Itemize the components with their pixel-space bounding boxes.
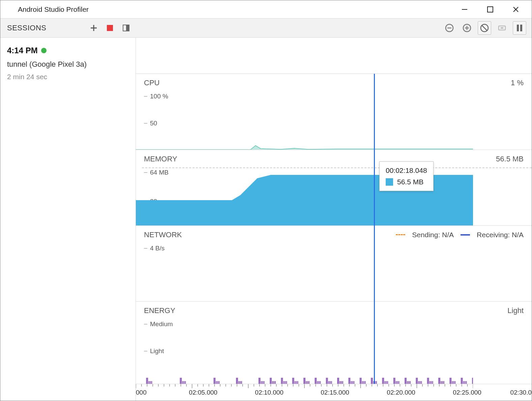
plus-icon — [90, 24, 97, 32]
svg-rect-26 — [216, 381, 217, 384]
add-session-button[interactable] — [89, 23, 99, 33]
close-button[interactable] — [511, 5, 520, 14]
svg-rect-81 — [393, 378, 395, 384]
svg-rect-89 — [416, 378, 418, 384]
maximize-button[interactable] — [486, 5, 495, 14]
playhead[interactable] — [374, 74, 375, 384]
svg-rect-19 — [150, 381, 151, 384]
svg-rect-79 — [386, 381, 387, 384]
svg-rect-29 — [236, 378, 238, 384]
pause-button[interactable] — [513, 21, 526, 35]
time-ticks — [136, 384, 473, 389]
svg-rect-28 — [218, 381, 219, 384]
svg-rect-71 — [363, 381, 364, 384]
svg-rect-22 — [182, 381, 183, 384]
svg-rect-1 — [487, 7, 493, 12]
tooltip-time: 00:02:18.048 — [386, 166, 427, 175]
svg-rect-80 — [387, 381, 388, 384]
stop-icon — [107, 25, 113, 31]
svg-rect-30 — [238, 381, 239, 384]
svg-rect-33 — [259, 378, 261, 384]
svg-rect-85 — [405, 378, 407, 384]
window-controls — [460, 5, 526, 14]
time-axis[interactable]: 00002:05.00002:10.00002:15.00002:20.0000… — [136, 384, 532, 401]
svg-rect-70 — [362, 381, 363, 384]
svg-rect-99 — [442, 381, 443, 384]
zoom-in-icon — [462, 23, 472, 33]
toggle-sidebar-button[interactable] — [121, 23, 131, 33]
sessions-controls — [89, 23, 131, 33]
sessions-sidebar: 4:14 PM tunnel (Google Pixel 3a) 2 min 2… — [0, 38, 136, 401]
svg-rect-92 — [421, 381, 422, 384]
svg-rect-15 — [517, 25, 519, 31]
profiler-area[interactable]: 00:02:18.048 56.5 MB CPU 1 % 100 % 50 — [136, 38, 532, 401]
svg-rect-109 — [472, 378, 473, 384]
svg-rect-17 — [146, 378, 148, 384]
memory-title: MEMORY — [144, 155, 177, 163]
svg-rect-38 — [272, 381, 273, 384]
zoom-selection-icon — [497, 23, 507, 33]
cpu-tick-1: 50 — [150, 120, 157, 127]
zoom-selection-button[interactable] — [495, 21, 509, 35]
svg-rect-50 — [306, 381, 307, 384]
memory-value: 56.5 MB — [496, 155, 524, 163]
svg-rect-73 — [371, 378, 373, 384]
session-time-row[interactable]: 4:14 PM — [7, 46, 129, 55]
time-label: 02:20.000 — [387, 389, 415, 396]
svg-rect-60 — [331, 381, 332, 384]
network-tick-0: 4 B/s — [150, 245, 165, 252]
svg-rect-106 — [463, 381, 464, 384]
timeline-stack: 00:02:18.048 56.5 MB CPU 1 % 100 % 50 — [136, 74, 532, 384]
svg-rect-41 — [281, 378, 283, 384]
zoom-out-button[interactable] — [443, 21, 456, 35]
svg-rect-54 — [317, 381, 318, 384]
svg-rect-46 — [295, 381, 296, 384]
receiving-swatch-icon — [461, 234, 470, 236]
cpu-panel[interactable]: CPU 1 % 100 % 50 — [136, 74, 532, 150]
reset-zoom-button[interactable] — [478, 21, 491, 35]
energy-panel[interactable]: ENERGY Light Medium Light — [136, 302, 532, 384]
svg-rect-64 — [342, 381, 343, 384]
time-label: 02:25.000 — [453, 389, 481, 396]
energy-chart — [136, 366, 473, 384]
energy-tick-0: Medium — [150, 320, 173, 328]
svg-rect-102 — [452, 381, 453, 384]
svg-rect-47 — [296, 381, 297, 384]
svg-rect-62 — [339, 381, 341, 384]
svg-rect-76 — [376, 381, 377, 384]
svg-rect-43 — [285, 381, 286, 384]
network-title: NETWORK — [144, 230, 182, 239]
titlebar: Android Studio Profiler — [0, 0, 532, 18]
svg-rect-24 — [185, 381, 186, 384]
minimize-button[interactable] — [460, 5, 469, 14]
svg-rect-105 — [461, 378, 463, 384]
time-label: 000 — [136, 389, 147, 396]
svg-rect-94 — [430, 381, 431, 384]
svg-rect-90 — [418, 381, 419, 384]
stop-session-button[interactable] — [105, 23, 115, 33]
time-label: 02:30.0 — [510, 389, 532, 396]
network-sending: Sending: N/A — [412, 231, 454, 239]
svg-rect-84 — [398, 381, 400, 384]
tick-mark-icon — [144, 248, 147, 249]
zoom-out-icon — [445, 23, 454, 33]
svg-rect-57 — [326, 378, 328, 384]
svg-rect-39 — [273, 381, 274, 384]
svg-rect-65 — [348, 378, 350, 384]
zoom-in-button[interactable] — [460, 21, 474, 35]
session-name: tunnel (Google Pixel 3a) — [7, 60, 129, 69]
svg-rect-32 — [241, 381, 242, 384]
events-row[interactable] — [136, 38, 532, 74]
sessions-header: SESSIONS — [0, 19, 136, 37]
svg-rect-48 — [297, 381, 298, 384]
svg-rect-45 — [292, 378, 294, 384]
svg-rect-34 — [261, 381, 262, 384]
network-legend: Sending: N/A Receiving: N/A — [396, 230, 524, 239]
svg-rect-93 — [427, 378, 429, 384]
memory-panel[interactable]: MEMORY 56.5 MB 64 MB 32 — [136, 150, 532, 226]
tick-mark-icon — [144, 96, 147, 97]
time-labels: 00002:05.00002:10.00002:15.00002:20.0000… — [136, 389, 532, 399]
svg-rect-91 — [419, 381, 420, 384]
energy-tick-1: Light — [150, 347, 164, 355]
network-panel[interactable]: NETWORK Sending: N/A Receiving: N/A 4 B/… — [136, 226, 532, 302]
